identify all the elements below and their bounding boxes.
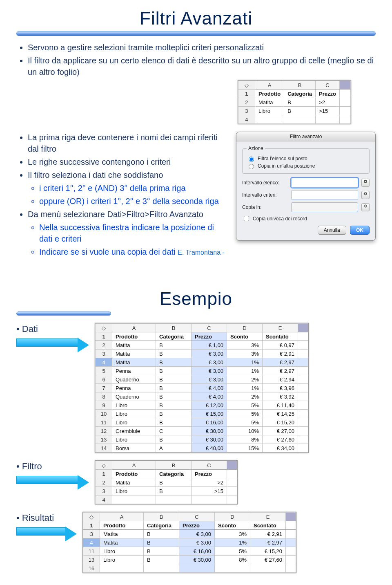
cell: Quaderno bbox=[112, 392, 156, 401]
cell: 1% bbox=[227, 384, 263, 392]
col-header: B bbox=[156, 324, 192, 332]
bullet: La prima riga deve contenere i nomi dei … bbox=[28, 132, 228, 155]
cell: € 3,00 bbox=[192, 375, 227, 384]
cell: € 3,92 bbox=[263, 392, 298, 401]
row-number: 2 bbox=[96, 341, 112, 350]
header-cell: Prezzo bbox=[192, 332, 227, 341]
col-header: A bbox=[112, 461, 156, 470]
cell: B bbox=[156, 375, 192, 384]
cell: € 16,00 bbox=[179, 547, 215, 556]
row-number: 13 bbox=[83, 556, 100, 564]
unique-records-checkbox[interactable] bbox=[244, 216, 249, 221]
cell: 5% bbox=[227, 410, 263, 418]
cell: Libro bbox=[100, 556, 144, 564]
cell: B bbox=[156, 350, 192, 358]
bullet: Servono a gestire selezioni tramite molt… bbox=[28, 42, 376, 53]
cell: Libro bbox=[100, 547, 144, 556]
row-number: 6 bbox=[96, 375, 112, 384]
col-header: C bbox=[192, 461, 227, 470]
cell: 3% bbox=[227, 350, 263, 358]
row-number: 1 bbox=[96, 332, 112, 341]
ok-button[interactable]: OK bbox=[350, 226, 370, 235]
section-label-dati: • Dati bbox=[16, 323, 57, 334]
cell bbox=[112, 495, 156, 504]
cell: € 12,00 bbox=[192, 401, 227, 410]
cell: 1% bbox=[227, 358, 263, 367]
collapse-icon[interactable]: ⯐ bbox=[361, 203, 370, 211]
cell bbox=[156, 495, 192, 504]
cell: B bbox=[284, 98, 316, 107]
cell: € 30,00 bbox=[179, 556, 215, 564]
list-range-input[interactable] bbox=[291, 178, 358, 188]
cell: 15% bbox=[227, 444, 263, 453]
slide2-title: Esempio bbox=[16, 289, 376, 309]
row-number: 5 bbox=[96, 367, 112, 375]
row-number: 13 bbox=[96, 435, 112, 444]
cell: € 30,00 bbox=[192, 427, 227, 435]
bullets-mid: La prima riga deve contenere i nomi dei … bbox=[16, 132, 228, 259]
row-number: 3 bbox=[96, 487, 112, 495]
header-cell: Categoria bbox=[156, 332, 192, 341]
radio-label: Copia in un'altra posizione bbox=[258, 163, 315, 169]
row-number: 1 bbox=[238, 90, 255, 98]
cell: € 2,91 bbox=[263, 350, 298, 358]
cell: B bbox=[156, 358, 192, 367]
cell: € 3,96 bbox=[263, 384, 298, 392]
col-header: B bbox=[156, 461, 192, 470]
copy-to-input[interactable] bbox=[291, 202, 358, 212]
cell: € 2,97 bbox=[263, 358, 298, 367]
slide-filtri-avanzati: Filtri Avanzati Servono a gestire selezi… bbox=[0, 0, 392, 272]
cell: € 27,60 bbox=[250, 556, 286, 564]
cell: >15 bbox=[316, 107, 340, 115]
row-number: 11 bbox=[83, 547, 100, 556]
row-number: 4 bbox=[96, 358, 112, 367]
sub-bullet: oppure (OR) i criteri 1°, 2° e 3° della … bbox=[39, 195, 228, 207]
cell: Libro bbox=[112, 418, 156, 427]
cell: Matita bbox=[112, 478, 156, 487]
cell: € 15,20 bbox=[263, 418, 298, 427]
cell: 2% bbox=[227, 392, 263, 401]
sub-bullet: Nella successiva finestra indicare la po… bbox=[39, 222, 228, 244]
col-header: A bbox=[255, 81, 284, 90]
row-number: 4 bbox=[83, 538, 100, 547]
header-cell: Prezzo bbox=[192, 470, 227, 478]
radio-label: Filtra l'elenco sul posto bbox=[258, 156, 307, 161]
cell: 8% bbox=[227, 435, 263, 444]
row-number: 16 bbox=[83, 564, 100, 573]
header-cell: Prodotto bbox=[112, 470, 156, 478]
cancel-button[interactable]: Annulla bbox=[318, 226, 346, 235]
cell: Borsa bbox=[112, 444, 156, 453]
arrow-icon bbox=[16, 475, 89, 486]
bullet: Il filtro da applicare su un certo elenc… bbox=[28, 55, 376, 78]
cell bbox=[179, 564, 215, 573]
collapse-icon[interactable]: ⯐ bbox=[361, 179, 370, 187]
sub-bullet: i criteri 1°, 2° e (AND) 3° della prima … bbox=[39, 182, 228, 194]
header-cell: Categoria bbox=[144, 521, 179, 530]
cell: Matita bbox=[112, 350, 156, 358]
cell: Penna bbox=[112, 367, 156, 375]
cell: Libro bbox=[112, 410, 156, 418]
col-header: E bbox=[250, 513, 286, 521]
cell: 1% bbox=[215, 538, 250, 547]
cell: B bbox=[144, 530, 179, 538]
cell: 3% bbox=[215, 530, 250, 538]
slide-esempio: Esempio • Dati ◇ABCDE1ProdottoCategoriaP… bbox=[0, 272, 392, 585]
cell: € 40,00 bbox=[192, 444, 227, 453]
cell: B bbox=[156, 392, 192, 401]
risultati-table: ◇ABCDE1ProdottoCategoriaPrezzoScontoScon… bbox=[82, 512, 296, 573]
cell: € 3,00 bbox=[179, 530, 215, 538]
criteria-range-input[interactable] bbox=[291, 190, 358, 200]
corner-cell: ◇ bbox=[83, 513, 100, 521]
bullet: Le righe successive contengono i criteri bbox=[28, 156, 228, 168]
col-header: B bbox=[144, 513, 179, 521]
cell: Matita bbox=[112, 358, 156, 367]
radio-filter-in-place[interactable] bbox=[249, 157, 254, 162]
radio-copy-elsewhere[interactable] bbox=[249, 164, 254, 169]
cell: B bbox=[156, 341, 192, 350]
cell bbox=[192, 495, 227, 504]
collapse-icon[interactable]: ⯐ bbox=[361, 191, 370, 199]
header-cell: Sconto bbox=[215, 521, 250, 530]
cell: Prodotto bbox=[255, 90, 284, 98]
row-number: 4 bbox=[96, 495, 112, 504]
bullet: Da menù selezionare Dati>Filtro>Filtro A… bbox=[28, 208, 228, 220]
